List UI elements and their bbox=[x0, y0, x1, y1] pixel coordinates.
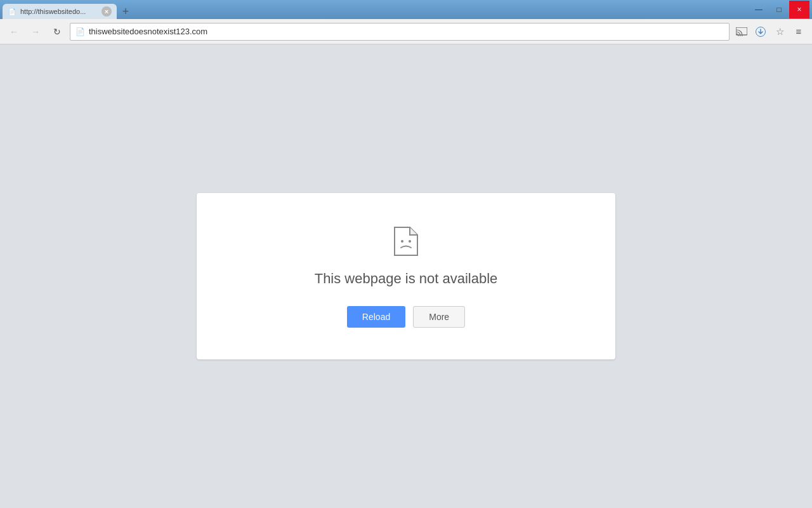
forward-button[interactable]: → bbox=[27, 23, 44, 41]
toolbar-icons: ☆ ≡ bbox=[733, 23, 807, 40]
tab-close-button[interactable]: × bbox=[102, 6, 112, 17]
address-bar: ← → ↻ 📄 thiswebsitedoesnotexist123.com bbox=[0, 19, 812, 44]
error-buttons: Reload More bbox=[347, 306, 465, 328]
error-title: This webpage is not available bbox=[315, 271, 498, 287]
maximize-button[interactable]: □ bbox=[769, 1, 789, 18]
new-tab-button[interactable]: + bbox=[117, 4, 134, 19]
browser-tab[interactable]: 📄 http://thiswebsitedo... × bbox=[3, 4, 117, 19]
tab-favicon: 📄 bbox=[8, 7, 16, 16]
cast-icon[interactable] bbox=[733, 23, 750, 40]
reload-page-button[interactable]: Reload bbox=[347, 306, 405, 328]
browser-window: 📄 http://thiswebsitedo... × + — □ × ← → … bbox=[0, 0, 812, 508]
more-button[interactable]: More bbox=[413, 306, 465, 328]
error-icon bbox=[391, 225, 421, 258]
tab-area: 📄 http://thiswebsitedo... × + bbox=[0, 0, 746, 19]
url-bar[interactable]: 📄 thiswebsitedoesnotexist123.com bbox=[70, 23, 730, 41]
svg-point-3 bbox=[409, 240, 411, 243]
url-text: thiswebsitedoesnotexist123.com bbox=[89, 27, 724, 36]
download-icon[interactable] bbox=[752, 23, 769, 40]
back-button[interactable]: ← bbox=[5, 23, 23, 41]
page-content: This webpage is not available Reload Mor… bbox=[0, 44, 812, 508]
title-bar: 📄 http://thiswebsitedo... × + — □ × bbox=[0, 0, 812, 19]
reload-button[interactable]: ↻ bbox=[48, 23, 66, 41]
svg-point-2 bbox=[401, 240, 403, 243]
error-card: This webpage is not available Reload Mor… bbox=[197, 193, 615, 359]
window-controls: — □ × bbox=[746, 0, 812, 19]
minimize-button[interactable]: — bbox=[749, 1, 769, 18]
url-icon: 📄 bbox=[75, 27, 85, 36]
bookmark-icon[interactable]: ☆ bbox=[771, 23, 788, 40]
tab-title: http://thiswebsitedo... bbox=[20, 8, 98, 15]
menu-icon[interactable]: ≡ bbox=[790, 23, 807, 40]
close-button[interactable]: × bbox=[789, 1, 809, 18]
